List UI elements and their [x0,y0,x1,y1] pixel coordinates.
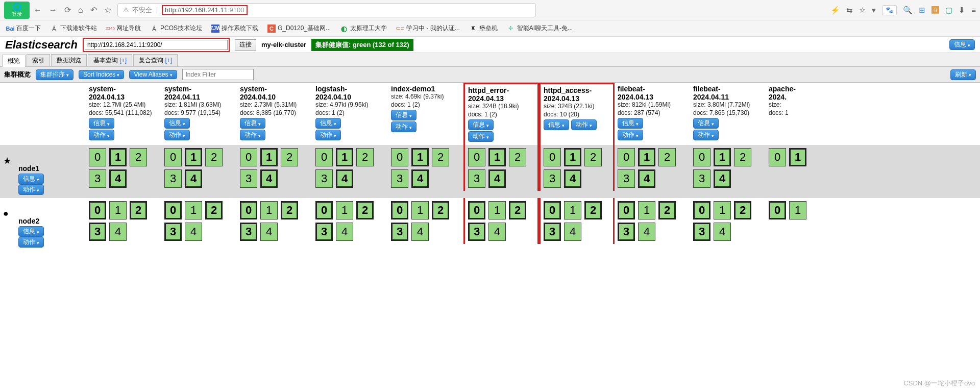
index-name[interactable]: system-2024.04.13 [89,85,158,101]
信息-button[interactable]: 信息 [164,118,190,129]
index-name[interactable]: system-2024.04.10 [240,85,309,101]
动作-button[interactable]: 动作 [468,131,494,142]
shard[interactable]: 3 [391,169,408,188]
shard[interactable]: 0 [769,148,786,166]
home-icon[interactable]: ⌂ [78,6,83,15]
shard[interactable]: 3 [89,169,106,188]
shard[interactable]: 1 [564,148,581,166]
shard[interactable]: 3 [164,169,182,188]
shard[interactable]: 1 [185,201,202,219]
shard[interactable]: 0 [164,148,182,166]
信息-button[interactable]: 信息 [693,118,719,129]
shard[interactable]: 2 [658,148,676,166]
connect-button[interactable]: 连接 [235,39,256,51]
动作-button[interactable]: 动作 [89,130,114,140]
shard[interactable]: 0 [391,148,408,166]
动作-button[interactable]: 动作 [571,119,597,130]
shard[interactable]: 2 [205,201,223,219]
grid-icon[interactable]: ⊞ [919,6,925,15]
shard[interactable]: 1 [714,201,731,219]
bookmark-item[interactable]: ✢智能AI聊天工具-免... [507,24,573,33]
translate-icon[interactable]: 🅰 [932,6,939,14]
cluster-sort-button[interactable]: 集群排序 [36,69,74,80]
动作-button[interactable]: 动作 [164,130,190,140]
shard[interactable]: 2 [509,148,526,166]
shard[interactable]: 2 [356,201,374,219]
shard[interactable]: 4 [336,223,353,241]
shard[interactable]: 1 [109,148,127,166]
bookmark-icon[interactable]: ☆ [859,6,866,15]
shard[interactable]: 1 [564,201,581,219]
view-aliases-button[interactable]: View Aliases [129,70,177,79]
shard[interactable]: 1 [260,148,278,166]
shard[interactable]: 4 [488,223,506,241]
shard[interactable]: 0 [618,148,635,166]
shard[interactable]: 1 [488,148,506,166]
shard[interactable]: 1 [789,201,806,219]
信息-button[interactable]: 信息 [391,110,416,120]
index-name[interactable]: httpd_access-2024.04.13 [544,86,610,103]
shard[interactable]: 1 [638,201,655,219]
shard[interactable]: 1 [714,148,731,166]
index-name[interactable]: apache-2024. [769,85,838,101]
bookmark-item[interactable]: ⊂⊃学习中 - 我的认证... [396,24,460,33]
info-button[interactable]: 信息 [949,39,975,50]
shard[interactable]: 0 [315,148,333,166]
sort-indices-button[interactable]: Sort Indices [79,70,124,79]
shard[interactable]: 4 [109,169,127,188]
shard[interactable]: 0 [769,201,786,219]
shard[interactable]: 4 [411,169,429,188]
bookmark-item[interactable]: ÂPCOS技术论坛 [150,24,202,33]
信息-button[interactable]: 信息 [315,118,341,129]
shard[interactable]: 1 [411,148,429,166]
动作-button[interactable]: 动作 [693,130,719,140]
shard[interactable]: 0 [164,201,182,219]
shard[interactable]: 2 [509,201,526,219]
bookmark-item[interactable]: ♜堡垒机 [469,24,498,33]
shard[interactable]: 4 [109,223,127,241]
shard[interactable]: 4 [185,223,202,241]
shard[interactable]: 4 [185,169,202,188]
shard[interactable]: 2 [432,201,449,219]
share-icon[interactable]: ⇆ [846,6,853,15]
shard[interactable]: 2 [130,148,147,166]
动作-button[interactable]: 动作 [18,184,44,195]
tab-数据浏览[interactable]: 数据浏览 [51,54,87,66]
baidu-search[interactable]: 🐾 [882,5,897,15]
shard[interactable]: 4 [411,223,429,241]
shard[interactable]: 3 [468,169,485,188]
shard[interactable]: 1 [789,148,806,166]
undo-icon[interactable]: ↶ [90,5,97,15]
bookmark-item[interactable]: 2345网址导航 [106,24,141,33]
star-icon[interactable]: ☆ [104,5,111,15]
shard[interactable]: 4 [638,223,655,241]
shard[interactable]: 2 [658,201,676,219]
index-name[interactable]: index-demo1 [391,85,460,93]
shard[interactable]: 0 [693,201,710,219]
shard[interactable]: 2 [281,148,298,166]
index-name[interactable]: system-2024.04.11 [164,85,234,101]
shard[interactable]: 2 [734,148,751,166]
信息-button[interactable]: 信息 [468,119,494,130]
信息-button[interactable]: 信息 [18,174,44,184]
shard[interactable]: 3 [693,169,710,188]
shard[interactable]: 3 [544,223,561,241]
shard[interactable]: 3 [618,169,635,188]
bookmark-item[interactable]: Bai百度一下 [6,24,41,33]
shard[interactable]: 2 [205,148,223,166]
shard[interactable]: 2 [130,201,147,219]
信息-button[interactable]: 信息 [618,118,643,129]
shard[interactable]: 3 [89,223,106,241]
shard[interactable]: 3 [618,223,635,241]
shard[interactable]: 4 [714,169,731,188]
shard[interactable]: 0 [693,148,710,166]
refresh-button[interactable]: 刷新 [950,69,976,80]
shard[interactable]: 4 [564,223,581,241]
动作-button[interactable]: 动作 [315,130,341,140]
index-name[interactable]: filebeat-2024.04.11 [693,85,763,101]
信息-button[interactable]: 信息 [18,226,44,237]
信息-button[interactable]: 信息 [240,118,265,129]
shard[interactable]: 1 [488,201,506,219]
shard[interactable]: 1 [336,148,353,166]
menu-icon[interactable]: ≡ [971,6,976,14]
